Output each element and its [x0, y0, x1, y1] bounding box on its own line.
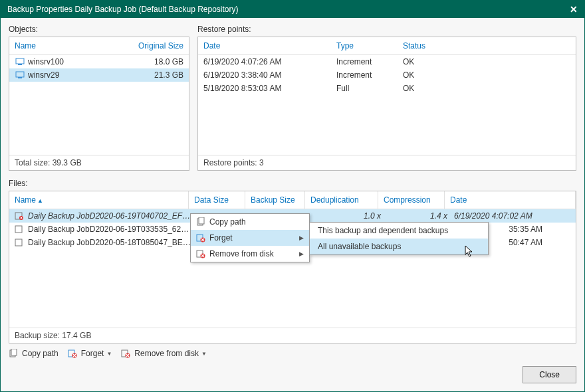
- backup-file-icon: [15, 238, 25, 247]
- copy-icon: [196, 217, 209, 227]
- restore-row[interactable]: 5/18/2020 8:53:03 AM Full OK: [198, 82, 576, 95]
- objects-col-name[interactable]: Name: [9, 37, 122, 54]
- sort-asc-icon: ▲: [37, 197, 43, 204]
- vm-icon: [15, 70, 25, 80]
- forget-icon: [196, 233, 209, 243]
- restore-label: Restore points:: [197, 25, 576, 34]
- forget-icon: [68, 349, 80, 358]
- objects-header: Name Original Size: [9, 37, 189, 55]
- restore-row[interactable]: 6/19/2020 4:07:26 AM Increment OK: [198, 55, 576, 68]
- context-submenu: This backup and dependent backups All un…: [309, 222, 489, 255]
- context-menu: Copy path Forget ▶ Remove from disk ▶: [190, 213, 310, 262]
- files-col-compression[interactable]: Compression: [378, 191, 445, 209]
- svg-rect-0: [16, 58, 24, 64]
- dialog-buttons: Close: [9, 363, 576, 383]
- files-footer: Backup size: 17.4 GB: [9, 328, 576, 343]
- object-size: 21.3 GB: [122, 70, 183, 80]
- menu-copy-path[interactable]: Copy path: [191, 214, 309, 230]
- close-icon[interactable]: ✕: [570, 4, 578, 15]
- backup-file-error-icon: [15, 211, 25, 221]
- content-area: Objects: Name Original Size winsrv100 18…: [1, 18, 584, 391]
- svg-rect-1: [18, 64, 22, 65]
- objects-row[interactable]: winsrv29 21.3 GB: [9, 68, 189, 82]
- bottom-toolbar: Copy path Forget ▼ Remove from disk ▼: [9, 343, 576, 363]
- files-col-name[interactable]: Name▲: [9, 191, 189, 209]
- objects-section: Objects: Name Original Size winsrv100 18…: [9, 25, 189, 171]
- object-name: winsrv29: [28, 70, 122, 80]
- svg-rect-3: [18, 77, 22, 78]
- remove-disk-icon: [121, 349, 133, 358]
- object-size: 18.0 GB: [122, 57, 183, 66]
- objects-label: Objects:: [9, 25, 189, 34]
- restore-header: Date Type Status: [198, 37, 576, 55]
- svg-rect-2: [16, 72, 24, 77]
- files-col-dedup[interactable]: Deduplication: [305, 191, 378, 209]
- menu-remove-from-disk[interactable]: Remove from disk ▶: [191, 246, 309, 262]
- restore-col-status[interactable]: Status: [398, 37, 464, 54]
- files-col-date[interactable]: Date: [445, 191, 576, 209]
- window-title: Backup Properties Daily Backup Job (Defa…: [7, 5, 239, 14]
- svg-rect-15: [11, 349, 17, 355]
- restore-panel: Date Type Status 6/19/2020 4:07:26 AM In…: [197, 37, 576, 171]
- svg-rect-6: [15, 226, 22, 233]
- cursor-icon: [465, 245, 474, 259]
- submenu-this-and-dependent[interactable]: This backup and dependent backups: [310, 223, 488, 239]
- files-body: Daily Backup JobD2020-06-19T040702_EF1..…: [9, 209, 576, 328]
- close-button[interactable]: Close: [523, 366, 576, 383]
- remove-from-disk-button[interactable]: Remove from disk ▼: [121, 349, 207, 358]
- backup-file-icon: [15, 225, 25, 234]
- files-panel: Name▲ Data Size Backup Size Deduplicatio…: [9, 191, 576, 343]
- objects-row[interactable]: winsrv100 18.0 GB: [9, 55, 189, 68]
- restore-section: Restore points: Date Type Status 6/19/20…: [197, 25, 576, 171]
- copy-icon: [9, 349, 21, 358]
- backup-properties-window: Backup Properties Daily Backup Job (Defa…: [0, 0, 585, 392]
- files-col-datasize[interactable]: Data Size: [189, 191, 245, 209]
- objects-col-size[interactable]: Original Size: [122, 37, 189, 54]
- svg-rect-7: [15, 239, 22, 246]
- forget-button[interactable]: Forget ▼: [68, 349, 112, 358]
- object-name: winsrv100: [28, 57, 122, 66]
- files-col-backupsize[interactable]: Backup Size: [245, 191, 305, 209]
- restore-body: 6/19/2020 4:07:26 AM Increment OK 6/19/2…: [198, 55, 576, 155]
- restore-footer: Restore points: 3: [198, 155, 576, 170]
- files-section: Files: Name▲ Data Size Backup Size Dedup…: [9, 179, 576, 343]
- copy-path-button[interactable]: Copy path: [9, 349, 58, 358]
- menu-forget[interactable]: Forget ▶: [191, 230, 309, 246]
- restore-row[interactable]: 6/19/2020 3:38:40 AM Increment OK: [198, 68, 576, 82]
- objects-body: winsrv100 18.0 GB winsrv29 21.3 GB: [9, 55, 189, 155]
- remove-disk-icon: [196, 249, 209, 258]
- chevron-right-icon: ▶: [299, 250, 304, 257]
- chevron-right-icon: ▶: [299, 235, 304, 241]
- restore-col-type[interactable]: Type: [331, 37, 398, 54]
- vm-icon: [15, 57, 25, 66]
- svg-rect-9: [199, 217, 204, 224]
- objects-footer: Total size: 39.3 GB: [9, 155, 189, 170]
- chevron-down-icon: ▼: [201, 351, 207, 357]
- files-header: Name▲ Data Size Backup Size Deduplicatio…: [9, 191, 576, 209]
- files-label: Files:: [9, 179, 576, 188]
- restore-col-date[interactable]: Date: [198, 37, 331, 54]
- submenu-all-unavailable[interactable]: All unavailable backups: [310, 239, 488, 254]
- objects-panel: Name Original Size winsrv100 18.0 GB win…: [9, 37, 189, 171]
- titlebar: Backup Properties Daily Backup Job (Defa…: [1, 1, 584, 18]
- chevron-down-icon: ▼: [106, 351, 112, 357]
